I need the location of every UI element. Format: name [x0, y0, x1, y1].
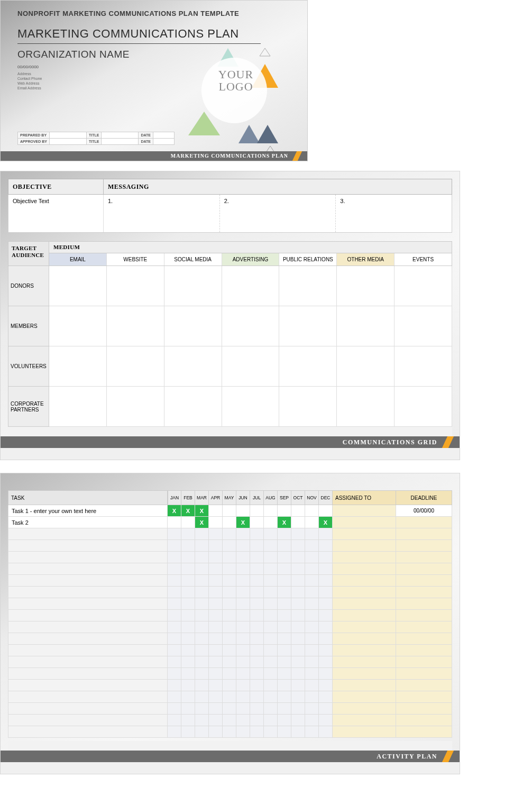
month-cell[interactable]: [278, 563, 291, 575]
month-cell[interactable]: [223, 703, 236, 715]
month-cell[interactable]: [319, 540, 333, 552]
deadline-cell[interactable]: [396, 703, 452, 715]
month-cell[interactable]: [305, 726, 319, 738]
month-cell[interactable]: [305, 715, 319, 726]
month-cell[interactable]: [250, 645, 264, 656]
month-cell[interactable]: [181, 587, 195, 598]
month-cell[interactable]: [319, 587, 333, 598]
month-cell[interactable]: [181, 621, 195, 633]
grid-cell[interactable]: [164, 266, 222, 306]
month-cell[interactable]: [168, 715, 181, 726]
month-cell[interactable]: [291, 505, 305, 517]
task-cell[interactable]: Task 1 - enter your own text here: [8, 505, 168, 517]
month-cell[interactable]: [278, 598, 291, 610]
month-cell[interactable]: [250, 598, 264, 610]
month-cell[interactable]: [223, 633, 236, 645]
grid-cell[interactable]: [164, 306, 222, 346]
month-cell[interactable]: [195, 633, 209, 645]
month-cell[interactable]: [223, 528, 236, 540]
month-cell[interactable]: [223, 563, 236, 575]
month-cell[interactable]: [168, 517, 181, 528]
month-cell[interactable]: [181, 563, 195, 575]
month-cell[interactable]: [264, 668, 278, 680]
month-cell[interactable]: [250, 633, 264, 645]
task-cell[interactable]: [8, 621, 168, 633]
month-cell[interactable]: [278, 540, 291, 552]
month-cell[interactable]: [305, 645, 319, 656]
deadline-cell[interactable]: [396, 575, 452, 587]
month-cell[interactable]: [250, 691, 264, 703]
grid-cell[interactable]: [337, 306, 395, 346]
month-cell[interactable]: [319, 726, 333, 738]
month-cell[interactable]: [236, 668, 250, 680]
month-cell[interactable]: [291, 691, 305, 703]
assigned-cell[interactable]: [333, 517, 396, 528]
task-cell[interactable]: [8, 610, 168, 621]
month-cell[interactable]: [278, 726, 291, 738]
task-cell[interactable]: [8, 552, 168, 563]
month-cell[interactable]: [168, 668, 181, 680]
month-cell[interactable]: [209, 540, 223, 552]
month-cell[interactable]: [250, 726, 264, 738]
month-cell[interactable]: [223, 691, 236, 703]
month-cell[interactable]: [264, 575, 278, 587]
month-cell[interactable]: [305, 528, 319, 540]
month-cell[interactable]: [236, 715, 250, 726]
month-cell[interactable]: [319, 621, 333, 633]
month-cell[interactable]: [305, 691, 319, 703]
month-cell[interactable]: [291, 575, 305, 587]
month-cell[interactable]: [209, 587, 223, 598]
month-cell[interactable]: [181, 726, 195, 738]
month-cell[interactable]: [305, 540, 319, 552]
month-cell[interactable]: [250, 505, 264, 517]
month-cell[interactable]: [250, 587, 264, 598]
month-cell[interactable]: [223, 621, 236, 633]
month-cell[interactable]: [223, 656, 236, 668]
month-cell[interactable]: [223, 645, 236, 656]
month-cell[interactable]: [181, 633, 195, 645]
grid-cell[interactable]: [49, 266, 107, 306]
deadline-cell[interactable]: [396, 598, 452, 610]
month-cell[interactable]: [264, 645, 278, 656]
month-cell[interactable]: [195, 703, 209, 715]
task-cell[interactable]: [8, 633, 168, 645]
month-cell[interactable]: [278, 528, 291, 540]
month-cell[interactable]: [209, 680, 223, 691]
month-cell[interactable]: [278, 703, 291, 715]
month-cell[interactable]: [250, 668, 264, 680]
grid-cell[interactable]: [395, 387, 452, 427]
assigned-cell[interactable]: [333, 528, 396, 540]
month-cell[interactable]: [319, 505, 333, 517]
month-cell[interactable]: [181, 528, 195, 540]
month-cell[interactable]: [236, 726, 250, 738]
message-3-input[interactable]: 3.: [336, 195, 452, 232]
month-cell[interactable]: [278, 505, 291, 517]
month-cell[interactable]: [291, 610, 305, 621]
deadline-cell[interactable]: [396, 517, 452, 528]
assigned-cell[interactable]: [333, 726, 396, 738]
month-cell[interactable]: [181, 610, 195, 621]
assigned-cell[interactable]: [333, 656, 396, 668]
message-1-input[interactable]: 1.: [104, 195, 220, 232]
month-cell[interactable]: [223, 587, 236, 598]
assigned-cell[interactable]: [333, 575, 396, 587]
month-cell[interactable]: [278, 715, 291, 726]
month-cell[interactable]: [236, 633, 250, 645]
month-cell[interactable]: [209, 528, 223, 540]
month-cell[interactable]: [236, 691, 250, 703]
month-cell[interactable]: [195, 680, 209, 691]
month-cell[interactable]: [168, 587, 181, 598]
month-cell[interactable]: [236, 540, 250, 552]
month-cell[interactable]: [195, 691, 209, 703]
month-cell[interactable]: [236, 621, 250, 633]
month-cell[interactable]: [250, 680, 264, 691]
month-cell[interactable]: [264, 540, 278, 552]
grid-cell[interactable]: [337, 266, 395, 306]
deadline-cell[interactable]: [396, 587, 452, 598]
month-cell[interactable]: [291, 715, 305, 726]
task-cell[interactable]: [8, 691, 168, 703]
month-cell[interactable]: X: [278, 517, 291, 528]
month-cell[interactable]: [291, 563, 305, 575]
month-cell[interactable]: [223, 575, 236, 587]
deadline-cell[interactable]: [396, 540, 452, 552]
